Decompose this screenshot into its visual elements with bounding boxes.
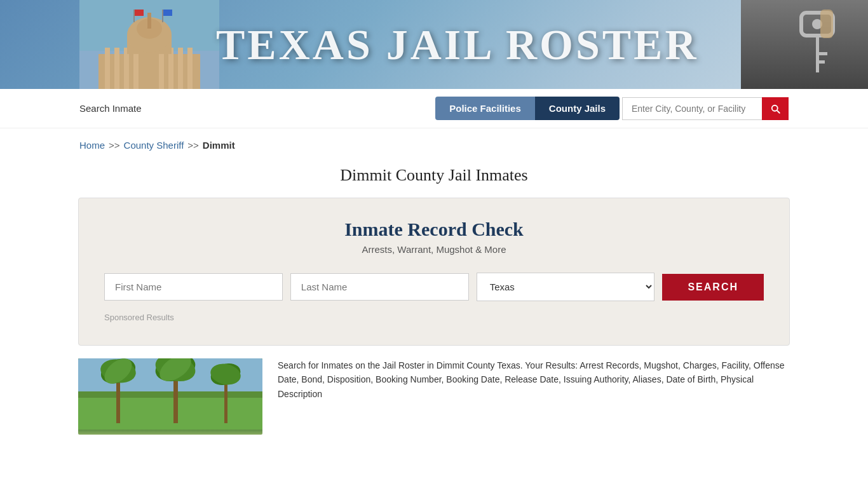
breadcrumb-county-sheriff[interactable]: County Sheriff — [124, 140, 184, 151]
breadcrumb-sep-2: >> — [187, 140, 199, 151]
bottom-description: Search for Inmates on the Jail Roster in… — [278, 358, 790, 401]
nav-search-container — [622, 97, 789, 120]
svg-rect-23 — [816, 60, 825, 64]
bottom-section: Search for Inmates on the Jail Roster in… — [78, 358, 790, 435]
capitol-image — [79, 0, 219, 89]
record-search-row: Texas AlabamaAlaskaArizonaArkansas Calif… — [104, 273, 764, 301]
record-search-button[interactable]: SEARCH — [662, 274, 764, 301]
page-title: Dimmit County Jail Inmates — [0, 157, 868, 198]
record-check-subtitle: Arrests, Warrant, Mugshot & More — [104, 244, 764, 255]
facility-search-button[interactable] — [762, 97, 789, 120]
svg-rect-18 — [163, 10, 172, 16]
county-image — [78, 358, 262, 435]
keys-icon — [766, 6, 843, 83]
svg-rect-28 — [78, 398, 262, 430]
dimmit-county-image — [78, 358, 262, 430]
county-jails-button[interactable]: County Jails — [535, 97, 620, 120]
svg-rect-16 — [135, 10, 144, 16]
search-icon — [770, 103, 781, 114]
svg-rect-17 — [162, 10, 163, 22]
svg-rect-24 — [820, 10, 833, 38]
svg-rect-10 — [187, 48, 193, 89]
record-check-box: Inmate Record Check Arrests, Warrant, Mu… — [78, 198, 790, 346]
breadcrumb-home[interactable]: Home — [79, 140, 105, 151]
breadcrumb-sep-1: >> — [109, 140, 120, 151]
site-title: Texas Jail Roster — [216, 20, 699, 69]
record-check-title: Inmate Record Check — [104, 219, 764, 240]
svg-rect-2 — [98, 54, 200, 89]
state-select[interactable]: Texas AlabamaAlaskaArizonaArkansas Calif… — [477, 273, 655, 301]
breadcrumb-current: Dimmit — [203, 140, 235, 151]
nav-right: Police Facilities County Jails — [435, 97, 789, 120]
last-name-input[interactable] — [290, 273, 469, 301]
svg-rect-4 — [114, 48, 119, 89]
header-banner: Texas Jail Roster — [0, 0, 868, 89]
svg-rect-14 — [147, 13, 151, 29]
svg-rect-3 — [105, 48, 110, 89]
svg-rect-9 — [178, 48, 183, 89]
nav-left: Search Inmate — [79, 103, 142, 114]
search-inmate-label: Search Inmate — [79, 103, 142, 114]
nav-bar: Search Inmate Police Facilities County J… — [0, 89, 868, 128]
facility-search-input[interactable] — [622, 97, 762, 120]
first-name-input[interactable] — [104, 273, 283, 301]
svg-rect-22 — [816, 52, 827, 55]
police-facilities-button[interactable]: Police Facilities — [435, 97, 535, 120]
svg-rect-15 — [133, 10, 135, 22]
breadcrumb: Home >> County Sheriff >> Dimmit — [0, 128, 868, 157]
sponsored-label: Sponsored Results — [104, 313, 764, 322]
